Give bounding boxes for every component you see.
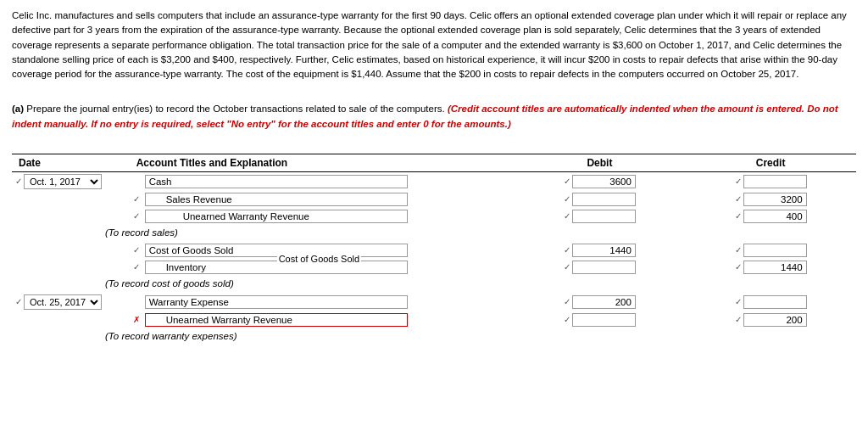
debit-check-icon: ✓ xyxy=(564,211,570,221)
table-row: ✓Cost of Goods Sold✓✓ xyxy=(12,259,856,276)
table-row: ✓✓✓ xyxy=(12,242,856,259)
note-row: (To record cost of goods sold) xyxy=(12,276,856,293)
date-cell xyxy=(12,191,130,208)
credit-input[interactable] xyxy=(743,210,807,223)
date-cell xyxy=(12,242,130,259)
check-icon: ✓ xyxy=(133,245,143,255)
debit-check-icon: ✓ xyxy=(564,297,570,306)
cogs-overlay-label: Cost of Goods Sold xyxy=(277,254,361,264)
account-input[interactable] xyxy=(145,210,408,223)
debit-cell: ✓ xyxy=(515,259,686,276)
account-cell: ✗ xyxy=(130,311,515,328)
account-input[interactable] xyxy=(145,175,408,188)
debit-cell: ✓ xyxy=(515,311,686,328)
credit-check-icon: ✓ xyxy=(735,297,742,306)
debit-cell: ✓ xyxy=(515,171,686,191)
debit-cell: ✓ xyxy=(515,293,686,311)
x-icon: ✗ xyxy=(133,315,143,324)
account-input[interactable] xyxy=(145,244,408,257)
part-a-text-main: Prepare the journal entry(ies) to record… xyxy=(26,104,444,114)
journal-table: Date Account Titles and Explanation Debi… xyxy=(12,154,856,345)
account-cell: ✓ xyxy=(130,208,515,225)
debit-input[interactable] xyxy=(572,295,636,309)
credit-cell: ✓ xyxy=(685,242,856,259)
table-row: ✓✓✓ xyxy=(12,208,856,225)
col-header-account: Account Titles and Explanation xyxy=(130,154,515,171)
account-input[interactable] xyxy=(145,193,408,206)
debit-cell: ✓ xyxy=(515,208,686,225)
debit-input[interactable] xyxy=(572,313,636,327)
table-row: ✓Oct. 25, 2017✓✓ xyxy=(12,293,856,311)
credit-input[interactable] xyxy=(743,313,807,327)
date-select[interactable]: Oct. 25, 2017 xyxy=(24,294,102,310)
note-row: (To record warranty expenses) xyxy=(12,328,856,345)
debit-check-icon: ✓ xyxy=(564,194,570,204)
credit-check-icon: ✓ xyxy=(735,194,742,204)
credit-input[interactable] xyxy=(743,261,807,274)
credit-check-icon: ✓ xyxy=(735,177,742,186)
note-text: (To record cost of goods sold) xyxy=(12,276,856,293)
account-input[interactable] xyxy=(145,261,408,274)
col-header-date: Date xyxy=(12,154,130,171)
col-header-credit: Credit xyxy=(685,154,856,171)
credit-cell: ✓ xyxy=(685,293,856,311)
date-select[interactable]: Oct. 1, 2017 xyxy=(24,174,102,189)
account-cell xyxy=(130,171,515,191)
debit-cell: ✓ xyxy=(515,242,686,259)
check-icon: ✓ xyxy=(133,262,143,272)
note-text: (To record sales) xyxy=(12,225,856,242)
credit-input[interactable] xyxy=(743,175,807,188)
check-icon: ✓ xyxy=(133,194,143,204)
credit-cell: ✓ xyxy=(685,259,856,276)
debit-input[interactable] xyxy=(572,193,636,206)
credit-check-icon: ✓ xyxy=(735,245,742,255)
intro-paragraph: Celic Inc. manufactures and sells comput… xyxy=(12,8,856,81)
account-cell: ✓Cost of Goods Sold xyxy=(130,259,515,276)
credit-cell: ✓ xyxy=(685,171,856,191)
part-a-label: (a) xyxy=(12,104,24,114)
account-cell xyxy=(130,293,515,311)
account-input[interactable] xyxy=(145,295,408,309)
check-icon: ✓ xyxy=(133,211,143,221)
debit-input[interactable] xyxy=(572,261,636,274)
debit-check-icon: ✓ xyxy=(564,315,570,324)
credit-cell: ✓ xyxy=(685,208,856,225)
credit-cell: ✓ xyxy=(685,311,856,328)
credit-input[interactable] xyxy=(743,244,807,257)
date-cell xyxy=(12,208,130,225)
note-text: (To record warranty expenses) xyxy=(12,328,856,345)
debit-cell: ✓ xyxy=(515,191,686,208)
instruction-paragraph: (a) Prepare the journal entry(ies) to re… xyxy=(12,102,856,132)
account-input[interactable] xyxy=(145,313,408,327)
date-cell: ✓Oct. 25, 2017 xyxy=(12,293,130,311)
table-row: ✓✓✓ xyxy=(12,191,856,208)
debit-input[interactable] xyxy=(572,210,636,223)
date-check-icon: ✓ xyxy=(15,177,22,186)
credit-check-icon: ✓ xyxy=(735,262,742,272)
date-cell: ✓Oct. 1, 2017 xyxy=(12,171,130,191)
col-header-debit: Debit xyxy=(515,154,686,171)
table-row: ✗✓✓ xyxy=(12,311,856,328)
credit-input[interactable] xyxy=(743,193,807,206)
credit-check-icon: ✓ xyxy=(735,315,742,324)
date-cell xyxy=(12,259,130,276)
credit-input[interactable] xyxy=(743,295,807,309)
debit-check-icon: ✓ xyxy=(564,245,570,255)
account-cell: ✓ xyxy=(130,191,515,208)
debit-check-icon: ✓ xyxy=(564,262,570,272)
date-cell xyxy=(12,311,130,328)
credit-cell: ✓ xyxy=(685,191,856,208)
credit-check-icon: ✓ xyxy=(735,211,742,221)
debit-check-icon: ✓ xyxy=(564,177,570,186)
date-check-icon: ✓ xyxy=(15,297,22,306)
note-row: (To record sales) xyxy=(12,225,856,242)
debit-input[interactable] xyxy=(572,244,636,257)
debit-input[interactable] xyxy=(572,175,636,188)
table-row: ✓Oct. 1, 2017✓✓ xyxy=(12,171,856,191)
